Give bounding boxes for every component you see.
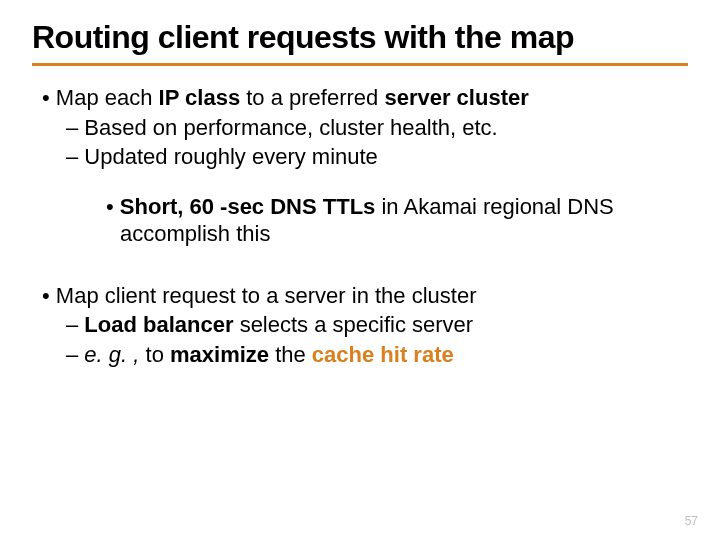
bullet-1-subsub: Short, 60 -sec DNS TTLs in Akamai region… <box>32 193 688 248</box>
text: Map each <box>56 85 159 110</box>
text-bold: Short, 60 -sec DNS TTLs <box>120 194 376 219</box>
text-bold: IP class <box>159 85 241 110</box>
bullet-2: Map client request to a server in the cl… <box>32 282 688 310</box>
bullet-2-sub-1: Load balancer selects a specific server <box>32 311 688 339</box>
text-bold: maximize <box>170 342 269 367</box>
bullet-1-sub-2: Updated roughly every minute <box>32 143 688 171</box>
bullet-1: Map each IP class to a preferred server … <box>32 84 688 112</box>
spacer <box>32 250 688 282</box>
slide-body: Map each IP class to a preferred server … <box>32 84 688 368</box>
bullet-1-sub-1: Based on performance, cluster health, et… <box>32 114 688 142</box>
bullet-2-sub-2: e. g. , to maximize the cache hit rate <box>32 341 688 369</box>
text-italic: e. g. , <box>84 342 139 367</box>
text: selects a specific server <box>234 312 474 337</box>
text: to <box>139 342 170 367</box>
page-number: 57 <box>685 514 698 528</box>
slide: Routing client requests with the map Map… <box>0 0 720 540</box>
slide-title: Routing client requests with the map <box>32 20 688 66</box>
text: to a preferred <box>240 85 384 110</box>
text-bold: server cluster <box>384 85 528 110</box>
text-highlight: cache hit rate <box>312 342 454 367</box>
text-bold: Load balancer <box>84 312 233 337</box>
text: the <box>269 342 312 367</box>
